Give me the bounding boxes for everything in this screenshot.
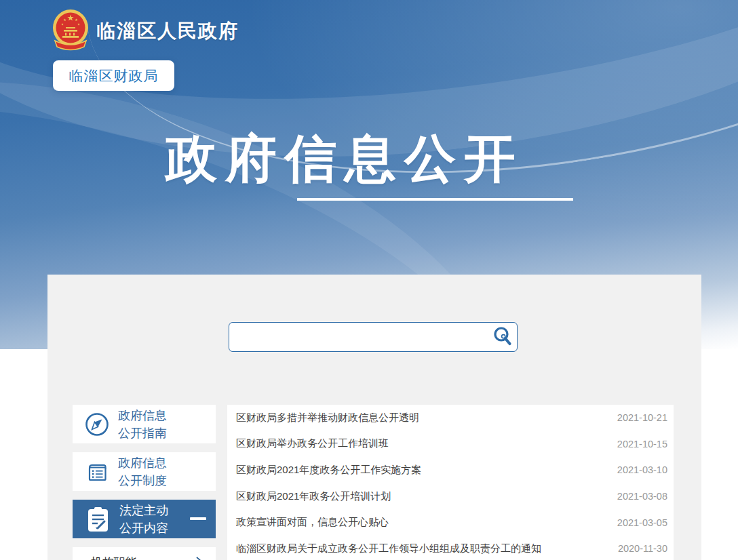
sidebar-item-label: 法定主动 公开内容 [119,502,168,537]
submenu-label: 机构职能 [91,555,137,560]
search-magnifier-icon [492,326,513,348]
search-box [229,322,518,352]
page: 临淄区人民政府 临淄区财政局 政府信息公开 [0,0,738,560]
department-badge[interactable]: 临淄区财政局 [53,60,174,91]
search-button[interactable] [490,324,516,350]
clipboard-pen-icon [83,504,112,534]
news-item-title[interactable]: 政策宣讲面对面，信息公开心贴心 [236,516,389,529]
site-brand[interactable]: 临淄区人民政府 [51,9,239,54]
sidebar-menu: 政府信息 公开指南 政府信息 公开制度 [73,405,216,560]
department-badge-label: 临淄区财政局 [69,66,159,85]
news-item-date: 2021-10-15 [617,439,667,449]
news-item-date: 2021-10-21 [617,412,667,423]
site-title: 临淄区人民政府 [96,18,239,44]
news-list-item[interactable]: 政策宣讲面对面，信息公开心贴心 2021-03-05 [227,509,674,536]
news-list-item[interactable]: 区财政局举办政务公开工作培训班 2021-10-15 [227,431,674,458]
news-list-item[interactable]: 区财政局多措并举推动财政信息公开透明 2021-10-21 [227,405,674,431]
sidebar-item-disclosure-system[interactable]: 政府信息 公开制度 [73,452,216,491]
news-item-title[interactable]: 区财政局多措并举推动财政信息公开透明 [236,412,419,424]
title-underline [297,198,573,201]
sidebar-item-label: 政府信息 公开制度 [118,454,167,489]
news-list: 区财政局多措并举推动财政信息公开透明 2021-10-21 区财政局举办政务公开… [227,405,674,560]
news-item-date: 2021-03-08 [617,491,667,502]
news-item-date: 2021-03-10 [617,464,667,475]
compass-icon [83,411,111,438]
search-input[interactable] [229,323,490,351]
news-item-title[interactable]: 区财政局举办政务公开工作培训班 [236,437,389,450]
news-list-item[interactable]: 临淄区财政局关于成立政务公开工作领导小组组成及职责分工的通知 2020-11-3… [227,536,674,560]
sidebar-subitem-agency-functions[interactable]: 机构职能 [73,547,216,560]
news-item-date: 2021-03-05 [617,517,667,528]
page-title: 政府信息公开 [166,127,524,189]
sidebar-item-label: 政府信息 公开指南 [118,407,167,442]
news-item-title[interactable]: 区财政局2021年政务公开培训计划 [236,490,391,503]
news-item-title[interactable]: 区财政局2021年度政务公开工作实施方案 [236,464,421,477]
chevron-right-icon [195,556,203,560]
news-list-item[interactable]: 区财政局2021年度政务公开工作实施方案 2021-03-10 [227,457,674,483]
notebook-icon [83,458,111,485]
sidebar-item-disclosure-guide[interactable]: 政府信息 公开指南 [73,405,216,443]
news-item-title[interactable]: 临淄区财政局关于成立政务公开工作领导小组组成及职责分工的通知 [236,542,541,555]
content-panel: 政府信息 公开指南 政府信息 公开制度 [47,275,701,560]
sidebar-item-statutory-disclosure[interactable]: 法定主动 公开内容 [73,500,216,538]
national-emblem-icon [51,9,90,54]
news-item-date: 2020-11-30 [618,543,667,554]
news-list-item[interactable]: 区财政局2021年政务公开培训计划 2021-03-08 [227,483,674,510]
minus-icon[interactable] [190,517,206,520]
